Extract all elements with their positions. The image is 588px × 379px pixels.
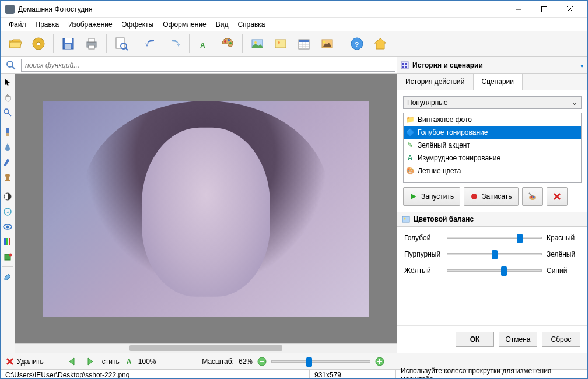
zoom-100-button[interactable]: A 100% [127,357,156,366]
help-button[interactable]: ? [346,33,368,55]
svg-rect-45 [5,180,10,181]
svg-rect-1 [542,6,547,12]
pointer-tool[interactable] [2,76,13,88]
scenario-actions: Запустить Записать [397,187,587,212]
pencil-icon: ✎ [406,141,414,149]
undo-button[interactable] [140,33,162,55]
color-balance-header: Цветовой баланс [397,212,587,227]
menu-image[interactable]: Изображение [64,19,117,30]
window-controls [506,1,583,17]
prev-button[interactable] [67,356,78,367]
search-input[interactable] [21,59,396,72]
record-button[interactable]: Записать [464,187,518,206]
scenario-item[interactable]: ✎Зелёный акцент [404,139,581,152]
print-button[interactable] [80,33,103,55]
delete-scenario-button[interactable] [547,187,568,206]
svg-point-47 [4,208,11,215]
svg-point-18 [229,42,232,44]
scenario-item[interactable]: AИзумрудное тонирование [404,152,581,164]
search-row: История и сценарии ⬧ [1,57,587,74]
levels-tool[interactable] [2,236,13,248]
minimize-button[interactable] [506,1,531,17]
zoom-in-button[interactable] [375,357,384,366]
menu-help[interactable]: Справка [233,19,270,30]
scenarios-category-dropdown[interactable]: Популярные ⌄ [403,96,582,109]
zoom-tool[interactable] [2,107,13,118]
svg-point-22 [278,41,280,44]
menu-effects[interactable]: Эффекты [117,19,159,30]
menu-edit[interactable]: Правка [31,19,64,30]
slider-magenta-green-track[interactable] [447,253,542,255]
image1-button[interactable] [246,33,268,55]
svg-rect-37 [405,63,407,65]
image-icon [402,215,410,223]
menu-view[interactable]: Вид [211,19,233,30]
slider-yellow-blue-track[interactable] [447,269,542,272]
open-button[interactable] [4,33,26,55]
redo-button[interactable] [163,33,186,55]
next-button[interactable] [85,356,95,367]
palette-button[interactable] [216,33,239,55]
home-button[interactable] [369,33,391,55]
cd-button[interactable] [27,33,50,55]
pencil-tool[interactable] [2,156,13,168]
contrast-tool[interactable] [2,191,13,202]
crop-tool[interactable] [2,251,13,263]
calendar-button[interactable] [293,33,315,55]
menu-file[interactable]: Файл [4,19,31,30]
tab-scenarios[interactable]: Сценарии [474,74,523,90]
svg-line-34 [12,66,15,69]
slider-cyan-red-track[interactable] [447,237,542,239]
scenario-item[interactable]: 📁Винтажное фото [404,113,581,126]
svg-point-40 [4,109,9,114]
run-button[interactable]: Запустить [403,187,460,206]
collapse-icon[interactable] [401,61,409,69]
canvas-viewport[interactable] [15,74,397,343]
fit-button[interactable]: стить [102,357,120,366]
zoom-out-button[interactable] [257,357,267,366]
maximize-button[interactable] [531,1,557,17]
svg-rect-7 [65,38,72,43]
tab-history[interactable]: История действий [397,74,474,90]
ok-button[interactable]: ОК [456,332,494,347]
scenario-list[interactable]: 📁Винтажное фото 🔷Голубое тонирование ✎Зе… [403,113,582,183]
canvas-scrollbar[interactable] [15,343,397,353]
cancel-button[interactable]: Отмена [499,332,537,347]
close-button[interactable] [557,1,583,17]
blue-icon: 🔷 [406,128,414,136]
svg-rect-50 [4,238,6,245]
text-button[interactable]: A [193,33,215,55]
zoom-slider[interactable] [271,360,370,363]
svg-point-49 [6,226,9,229]
hand-tool[interactable] [2,92,13,103]
eye-tool[interactable] [2,221,13,233]
svg-line-41 [8,113,11,116]
panel-buttons: ОК Отмена Сброс [397,325,587,353]
photo-button[interactable] [316,33,338,55]
save-button[interactable] [57,33,79,55]
svg-rect-42 [6,128,9,133]
status-dimensions: 931x579 [310,370,396,379]
stamp-tool[interactable] [2,171,13,183]
main-layout: История действий Сценарии Популярные ⌄ 📁… [1,74,587,353]
scenario-item[interactable]: 🎨Летние цвета [404,164,581,177]
edit-button[interactable] [522,187,543,206]
status-bar: C:\Users\IEUser\Desktop\sshot-222.png 93… [1,369,587,379]
drop-tool[interactable] [2,141,13,153]
reset-button[interactable]: Сброс [542,332,580,347]
swirl-tool[interactable] [2,206,13,217]
image2-button[interactable] [270,33,292,55]
collapse-arrow-icon[interactable]: ⬧ [580,61,584,69]
eraser-tool[interactable] [2,271,13,282]
svg-rect-36 [402,63,404,65]
svg-point-16 [224,40,226,43]
preview-button[interactable] [110,33,132,55]
status-path: C:\Users\IEUser\Desktop\sshot-222.png [1,370,310,379]
panel-title: История и сценарии [412,61,580,69]
delete-button[interactable]: Удалить [5,357,44,366]
svg-point-30 [323,41,326,43]
brush-tool[interactable] [2,126,13,138]
menu-decor[interactable]: Оформление [158,19,211,30]
svg-point-17 [228,39,230,41]
scenario-item[interactable]: 🔷Голубое тонирование [404,126,581,139]
